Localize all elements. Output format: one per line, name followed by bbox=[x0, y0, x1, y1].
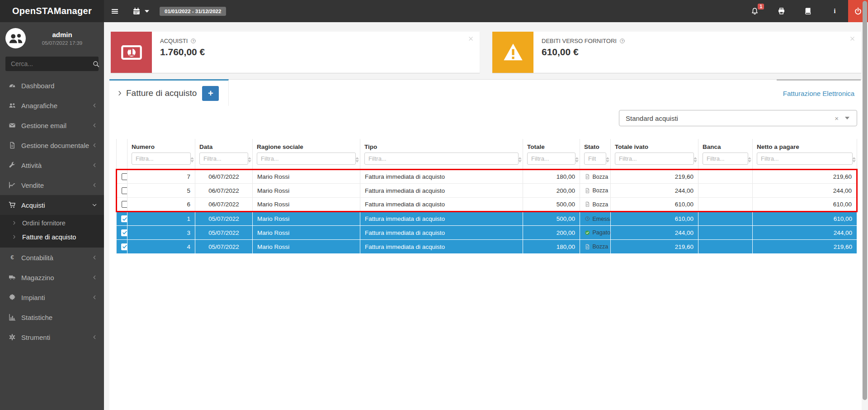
sort-arrows-icon[interactable] bbox=[190, 157, 194, 162]
row-checkbox[interactable] bbox=[121, 215, 127, 222]
sort-arrows-icon[interactable] bbox=[575, 157, 579, 162]
filter-ragione_sociale-input[interactable] bbox=[257, 153, 356, 165]
status-badge: Pagato bbox=[585, 229, 606, 236]
column-header-totale[interactable]: Totale bbox=[523, 139, 580, 151]
column-header-data[interactable]: Data bbox=[195, 139, 253, 151]
sidebar-item-vendite[interactable]: Vendite bbox=[0, 175, 104, 195]
column-header-stato[interactable]: Stato bbox=[580, 139, 611, 151]
bars-icon bbox=[111, 7, 119, 15]
truck-icon bbox=[7, 274, 18, 281]
sidebar-item-anagrafiche[interactable]: Anagrafiche bbox=[0, 95, 104, 115]
clear-selection-icon[interactable]: × bbox=[828, 114, 845, 122]
bell-button[interactable]: 1 bbox=[741, 0, 768, 22]
cell-numero: 3 bbox=[127, 226, 195, 240]
search-icon[interactable] bbox=[93, 61, 99, 67]
sidebar-submenu: Ordini fornitoreFatture di acquisto bbox=[0, 215, 104, 248]
table-row[interactable]: 305/07/2022Mario RossiFattura immediata … bbox=[117, 226, 857, 240]
sort-arrows-icon[interactable] bbox=[852, 157, 856, 162]
plugin-select[interactable]: Standard acquisti × bbox=[619, 110, 857, 126]
cell-ragione_sociale: Mario Rossi bbox=[253, 240, 360, 254]
invoices-table: NumeroDataRagione socialeTipoTotaleStato… bbox=[116, 139, 858, 254]
close-icon[interactable] bbox=[849, 36, 855, 42]
sidebar-toggle-button[interactable] bbox=[104, 0, 126, 22]
chevron-left-icon bbox=[92, 182, 97, 188]
sidebar-item-attivit-[interactable]: Attività bbox=[0, 155, 104, 175]
vertical-scrollbar[interactable] bbox=[863, 1, 867, 400]
table-row[interactable]: 105/07/2022Mario RossiFattura immediata … bbox=[117, 212, 857, 226]
cell-tipo: Fattura immediata di acquisto bbox=[360, 170, 523, 184]
filter-banca-input[interactable] bbox=[703, 153, 748, 165]
column-header-ragione_sociale[interactable]: Ragione sociale bbox=[253, 139, 360, 151]
sidebar-item-strumenti[interactable]: Strumenti bbox=[0, 327, 104, 347]
filter-totale_ivato-input[interactable] bbox=[615, 153, 694, 165]
sort-arrows-icon[interactable] bbox=[518, 157, 522, 162]
sidebar-item-gestione-email[interactable]: Gestione email bbox=[0, 115, 104, 135]
sidebar-subitem-fatture-di-acquisto[interactable]: Fatture di acquisto bbox=[0, 230, 104, 244]
sort-arrows-icon[interactable] bbox=[693, 157, 697, 162]
filter-numero-input[interactable] bbox=[132, 153, 191, 165]
sidebar-item-magazzino[interactable]: Magazzino bbox=[0, 267, 104, 287]
status-badge: Bozza bbox=[585, 187, 606, 194]
filter-stato-input[interactable] bbox=[584, 153, 606, 165]
money-bill-icon: 1 bbox=[111, 32, 152, 73]
filter-netto_a_pagare-input[interactable] bbox=[757, 153, 853, 165]
sort-arrows-icon[interactable] bbox=[606, 157, 609, 162]
sidebar-item-gestione-documentale[interactable]: Gestione documentale bbox=[0, 135, 104, 155]
table-row[interactable]: 506/07/2022Mario RossiFattura immediata … bbox=[117, 184, 857, 198]
avatar[interactable] bbox=[5, 28, 26, 48]
row-checkbox[interactable] bbox=[122, 201, 127, 208]
svg-text:?: ? bbox=[193, 39, 194, 43]
table-row[interactable]: 606/07/2022Mario RossiFattura immediata … bbox=[117, 198, 857, 212]
sidebar-item-label: Attività bbox=[21, 162, 92, 169]
column-header-tipo[interactable]: Tipo bbox=[360, 139, 523, 151]
search-input[interactable] bbox=[11, 60, 93, 67]
sidebar-item-label: Gestione documentale bbox=[21, 142, 92, 149]
chevron-left-icon bbox=[92, 275, 97, 280]
column-header-numero[interactable]: Numero bbox=[127, 139, 195, 151]
close-icon[interactable] bbox=[468, 36, 474, 42]
tab-fatture-di-acquisto[interactable]: Fatture di acquisto + bbox=[109, 79, 229, 106]
chevron-left-icon bbox=[92, 103, 97, 108]
fatturazione-elettronica-link[interactable]: Fatturazione Elettronica bbox=[783, 90, 854, 97]
calendar-button[interactable] bbox=[126, 0, 158, 22]
cell-netto_a_pagare: 610,00 bbox=[753, 198, 857, 212]
sidebar-item-statistiche[interactable]: Statistiche bbox=[0, 307, 104, 327]
tab-fatturazione-elettronica[interactable]: Fatturazione Elettronica bbox=[777, 79, 861, 106]
row-checkbox[interactable] bbox=[122, 187, 127, 194]
sort-arrows-icon[interactable] bbox=[248, 157, 251, 162]
cell-netto_a_pagare: 244,00 bbox=[753, 184, 857, 198]
filter-totale-input[interactable] bbox=[527, 153, 576, 165]
add-invoice-button[interactable]: + bbox=[202, 86, 219, 101]
column-header-netto_a_pagare[interactable]: Netto a pagare bbox=[753, 139, 857, 151]
app-logo[interactable]: OpenSTAManager bbox=[0, 0, 104, 22]
cell-stato: Bozza bbox=[580, 240, 611, 254]
column-header-totale_ivato[interactable]: Totale ivato bbox=[611, 139, 698, 151]
table-row[interactable]: 405/07/2022Mario RossiFattura immediata … bbox=[117, 240, 857, 254]
row-checkbox[interactable] bbox=[121, 243, 127, 250]
draft-doc-icon bbox=[585, 174, 590, 180]
row-checkbox[interactable] bbox=[122, 173, 127, 180]
cell-totale: 500,00 bbox=[523, 198, 580, 212]
svg-text:?: ? bbox=[621, 39, 623, 43]
sidebar-item-dashboard[interactable]: Dashboard bbox=[0, 76, 104, 95]
sidebar-subitem-ordini-fornitore[interactable]: Ordini fornitore bbox=[0, 216, 104, 230]
printer-button[interactable] bbox=[768, 0, 795, 22]
file-text-icon bbox=[7, 142, 18, 149]
table-row[interactable]: 706/07/2022Mario RossiFattura immediata … bbox=[117, 170, 857, 184]
info-button[interactable]: i bbox=[821, 0, 848, 22]
sidebar-item-label: Dashboard bbox=[21, 82, 97, 90]
sort-arrows-icon[interactable] bbox=[748, 157, 751, 162]
row-checkbox[interactable] bbox=[121, 229, 127, 236]
cell-data: 05/07/2022 bbox=[195, 240, 253, 254]
filter-data-input[interactable] bbox=[199, 153, 248, 165]
date-range-badge[interactable]: 01/01/2022 - 31/12/2022 bbox=[160, 7, 226, 16]
column-header-banca[interactable]: Banca bbox=[698, 139, 753, 151]
sort-arrows-icon[interactable] bbox=[355, 157, 359, 162]
sidebar-item-impianti[interactable]: Impianti bbox=[0, 287, 104, 307]
filter-tipo-input[interactable] bbox=[364, 153, 519, 165]
cell-data: 05/07/2022 bbox=[195, 212, 253, 226]
sidebar-item-acquisti[interactable]: Acquisti bbox=[0, 195, 104, 215]
sidebar-item-contabilit-[interactable]: €Contabilità bbox=[0, 248, 104, 267]
book-button[interactable] bbox=[795, 0, 821, 22]
clock-icon bbox=[585, 216, 590, 222]
